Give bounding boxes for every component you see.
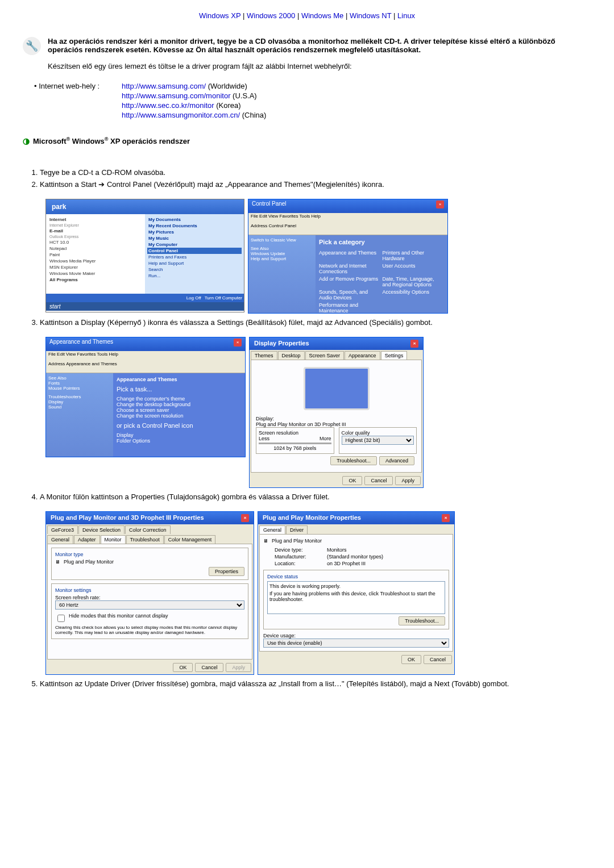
drv-status-help: If you are having problems with this dev… <box>269 591 443 602</box>
properties-button[interactable]: Properties <box>209 567 244 576</box>
troubleshoot-button[interactable]: Troubleshoot... <box>399 616 445 625</box>
at-task-resolution[interactable]: Change the screen resolution <box>117 413 242 419</box>
url-usa-tail: (U.S.A) <box>230 91 256 100</box>
link-win-2000[interactable]: Windows 2000 <box>247 11 295 20</box>
start-printers[interactable]: Printers and Faxes <box>147 254 242 260</box>
url-worldwide[interactable]: http://www.samsung.com/ <box>122 82 206 90</box>
tab-monitor[interactable]: Monitor <box>101 535 126 544</box>
cp-cat-performance[interactable]: Performance and Maintenance <box>319 302 381 314</box>
tab-appearance[interactable]: Appearance <box>345 351 380 360</box>
close-icon[interactable]: × <box>442 514 450 522</box>
at-task-desktop[interactable]: Change the desktop background <box>117 402 242 407</box>
start-help[interactable]: Help and Support <box>147 260 242 266</box>
link-linux[interactable]: Linux <box>397 11 415 20</box>
tab-adapter[interactable]: Adapter <box>74 535 100 544</box>
start-all-programs[interactable]: All Programs <box>48 277 143 283</box>
cp-cat-network[interactable]: Network and Internet Connections <box>319 263 381 274</box>
tab-screensaver[interactable]: Screen Saver <box>305 351 345 360</box>
cp-cat-accessibility[interactable]: Accessibility Options <box>383 289 445 301</box>
start-run[interactable]: Run... <box>147 273 242 279</box>
close-icon[interactable]: × <box>234 339 242 347</box>
at-sound[interactable]: Sound <box>48 404 111 410</box>
link-win-me[interactable]: Windows Me <box>301 11 343 20</box>
start-turnoff[interactable]: Turn Off Computer <box>205 295 242 301</box>
url-worldwide-tail: (Worldwide) <box>206 82 247 90</box>
start-wmp[interactable]: Windows Media Player <box>48 258 143 264</box>
tab-settings[interactable]: Settings <box>381 351 408 360</box>
tab-general[interactable]: General <box>47 535 73 544</box>
tab-themes[interactable]: Themes <box>251 351 277 360</box>
resolution-slider[interactable] <box>259 443 331 444</box>
hide-modes-checkbox[interactable] <box>57 615 65 622</box>
cp-cat-printers[interactable]: Printers and Other Hardware <box>383 250 445 261</box>
close-icon[interactable]: × <box>436 201 444 208</box>
mp-refresh-label: Screen refresh rate: <box>55 595 244 600</box>
url-korea[interactable]: http://www.sec.co.kr/monitor <box>122 101 214 110</box>
start-hct[interactable]: HCT 10.0 <box>48 239 143 245</box>
mp-monitor-name: Plug and Play Monitor <box>64 559 114 565</box>
cp-switch-view[interactable]: Switch to Classic View <box>251 237 313 243</box>
start-logoff[interactable]: Log Off <box>186 295 201 301</box>
tab-device-sel[interactable]: Device Selection <box>78 525 125 534</box>
ok-button[interactable]: OK <box>401 655 421 664</box>
start-pictures[interactable]: My Pictures <box>147 229 242 235</box>
start-right-col: My Documents My Recent Documents My Pict… <box>145 214 244 294</box>
cp-help[interactable]: Help and Support <box>251 256 313 261</box>
at-display[interactable]: Display <box>48 399 111 404</box>
cp-cat-appearance[interactable]: Appearance and Themes <box>319 250 381 261</box>
start-msn[interactable]: MSN Explorer <box>48 264 143 270</box>
monitor-icon: 🖥 <box>55 559 60 565</box>
ok-button[interactable]: OK <box>342 476 362 485</box>
start-paint[interactable]: Paint <box>48 252 143 258</box>
link-win-xp[interactable]: Windows XP <box>199 11 240 20</box>
start-computer[interactable]: My Computer <box>147 241 242 248</box>
tab-desktop[interactable]: Desktop <box>278 351 305 360</box>
ok-button[interactable]: OK <box>173 663 193 672</box>
drv-loc-label: Location: <box>275 561 326 566</box>
device-usage-select[interactable]: Use this device (enable) <box>263 639 449 648</box>
at-fonts[interactable]: Fonts <box>48 381 111 386</box>
at-icon-folder[interactable]: Folder Options <box>117 438 242 444</box>
tab-color-corr[interactable]: Color Correction <box>125 525 171 534</box>
tab-color-mgmt[interactable]: Color Management <box>164 535 216 544</box>
at-task-saver[interactable]: Choose a screen saver <box>117 407 242 413</box>
cancel-button[interactable]: Cancel <box>195 663 223 672</box>
cp-cat-users[interactable]: User Accounts <box>383 263 445 274</box>
cancel-button[interactable]: Cancel <box>364 476 393 485</box>
start-search[interactable]: Search <box>147 266 242 273</box>
link-win-nt[interactable]: Windows NT <box>350 11 391 20</box>
at-icon-display[interactable]: Display <box>117 432 242 438</box>
start-button[interactable]: start <box>46 302 244 311</box>
start-notepad[interactable]: Notepad <box>48 245 143 252</box>
close-icon[interactable]: × <box>410 340 418 348</box>
start-music[interactable]: My Music <box>147 235 242 241</box>
cp-cat-sound[interactable]: Sounds, Speech, and Audio Devices <box>319 289 381 301</box>
tab-general[interactable]: General <box>259 525 285 534</box>
start-mydocs[interactable]: My Documents <box>147 216 242 223</box>
at-mouse[interactable]: Mouse Pointers <box>48 386 111 391</box>
cp-cat-addremove[interactable]: Add or Remove Programs <box>319 276 381 287</box>
at-toolbar: Address Appearance and Themes <box>46 360 245 373</box>
start-movie[interactable]: Windows Movie Maker <box>48 270 143 277</box>
cp-cat-datetime[interactable]: Date, Time, Language, and Regional Optio… <box>383 276 445 287</box>
url-usa[interactable]: http://www.samsung.com/monitor <box>122 91 230 100</box>
refresh-rate-select[interactable]: 60 Hertz <box>55 600 244 610</box>
start-email[interactable]: E-mail <box>48 228 143 234</box>
start-control-panel[interactable]: Control Panel <box>147 248 242 254</box>
start-recent[interactable]: My Recent Documents <box>147 223 242 229</box>
apply-button[interactable]: Apply <box>395 476 421 485</box>
tab-driver[interactable]: Driver <box>286 525 308 534</box>
tab-troubleshoot[interactable]: Troubleshoot <box>126 535 164 544</box>
cancel-button[interactable]: Cancel <box>424 655 452 664</box>
at-task-theme[interactable]: Change the computer's theme <box>117 396 242 402</box>
troubleshoot-button[interactable]: Troubleshoot... <box>330 456 377 465</box>
tab-geforce[interactable]: GeForce3 <box>47 525 78 534</box>
color-quality-select[interactable]: Highest (32 bit) <box>342 436 414 445</box>
cp-win-update[interactable]: Windows Update <box>251 251 313 256</box>
close-icon[interactable]: × <box>241 514 249 522</box>
url-china[interactable]: http://www.samsungmonitor.com.cn/ <box>122 111 240 119</box>
start-internet[interactable]: Internet <box>48 216 143 223</box>
steps-list: Tegye be a CD-t a CD-ROM olvasóba. Katti… <box>40 168 591 189</box>
start-user: park <box>46 199 244 214</box>
advanced-button[interactable]: Advanced <box>379 456 414 465</box>
